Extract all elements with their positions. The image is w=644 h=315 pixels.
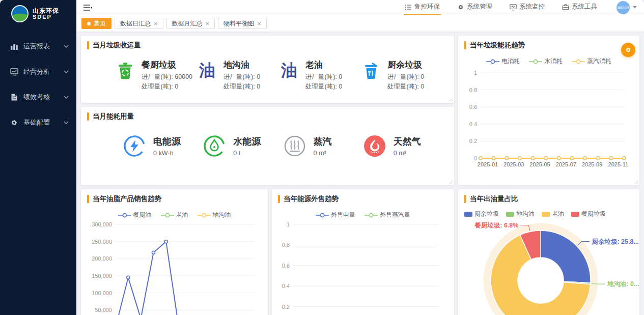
close-icon[interactable]: ×	[257, 20, 261, 27]
energy-trend-chart: 电消耗水消耗蒸汽消耗10.80.60.40.202025-012025-0320…	[464, 57, 633, 175]
svg-text:50,000: 50,000	[95, 307, 112, 313]
close-icon[interactable]: ×	[154, 20, 158, 27]
stat-in: 进厂量(吨): 0	[387, 72, 424, 82]
stat-food-waste: 厨余垃圾 进厂量(吨): 0 处理量(吨): 0	[361, 59, 443, 92]
svg-text:餐厨垃圾: 6.8%: 餐厨垃圾: 6.8%	[474, 222, 518, 229]
sidebar-item-label: 运营报表	[23, 42, 63, 51]
tab-home[interactable]: 首页	[81, 18, 111, 29]
stat-in: 进厂量(吨): 0	[305, 72, 342, 82]
tab-label: 首页	[94, 19, 106, 28]
svg-text:2025-01: 2025-01	[478, 161, 498, 167]
collapse-sidebar-icon[interactable]	[82, 3, 93, 13]
chart-legend: 外售电量外售蒸汽量	[278, 211, 448, 219]
legend-item[interactable]: 电消耗	[486, 57, 520, 66]
trash-green-icon	[115, 60, 135, 80]
chart-legend: 厨余垃圾地沟油老油餐厨垃圾	[464, 210, 633, 218]
svg-text:1: 1	[474, 70, 477, 76]
active-dot-icon	[87, 22, 91, 25]
sidebar-menu: 运营报表 经营分析 绩效考核 基础配置	[0, 34, 76, 135]
gear-icon	[457, 4, 464, 11]
sidebar-item-basic-config[interactable]: 基础配置	[0, 110, 76, 135]
monitor-chart-icon	[10, 68, 18, 76]
stat-in: 进厂量(吨): 60000	[142, 72, 192, 82]
svg-text:地沟油: 0....: 地沟油: 0....	[607, 280, 639, 288]
stat-name: 老油	[305, 59, 342, 71]
sidebar-item-business-analysis[interactable]: 经营分析	[0, 59, 76, 84]
sidebar-item-performance-review[interactable]: 绩效考核	[0, 84, 76, 110]
top-nav-system-tools[interactable]: 系统工具	[561, 1, 598, 14]
sidebar: 山东环保 SDEP 运营报表 经营分析	[0, 0, 76, 315]
avatar: admin	[617, 1, 630, 14]
resize-handle[interactable]	[448, 179, 453, 184]
chevron-down-icon	[63, 43, 69, 49]
steam-icon	[283, 134, 306, 158]
energy-steam: 蒸汽 0 m³	[283, 134, 363, 158]
top-nav-system-management[interactable]: 系统管理	[456, 1, 493, 14]
svg-text:2025-07: 2025-07	[556, 161, 576, 167]
stat-name: 地沟油	[223, 59, 260, 71]
legend-item[interactable]: 老油	[542, 210, 564, 218]
tab-monthly-summary[interactable]: 数据月汇总 ×	[166, 18, 215, 29]
chart-legend: 餐厨油老油地沟油	[87, 211, 262, 219]
chevron-down-icon	[63, 69, 69, 75]
tab-daily-summary[interactable]: 数据日汇总 ×	[115, 18, 163, 29]
list-icon	[405, 4, 412, 11]
electric-icon	[123, 134, 146, 158]
legend-item[interactable]: 餐厨油	[118, 211, 152, 219]
top-nav-lukong[interactable]: 鲁控环保	[404, 1, 441, 14]
card-energy-trend: 当年垃圾能耗趋势 电消耗水消耗蒸汽消耗10.80.60.40.202025-01…	[458, 36, 639, 185]
chart-legend: 电消耗水消耗蒸汽消耗	[464, 57, 633, 66]
tab-label: 数据日汇总	[120, 19, 151, 28]
legend-item[interactable]: 蒸汽消耗	[572, 57, 611, 66]
energy-name: 天然气	[394, 135, 421, 148]
stat-out: 处理量(吨): 0	[305, 82, 342, 92]
oil-character-icon: 油	[197, 60, 217, 80]
resize-handle[interactable]	[448, 97, 453, 101]
legend-item[interactable]: 老油	[161, 211, 188, 219]
legend-item[interactable]: 厨余垃圾	[464, 210, 499, 218]
toolbox-icon	[562, 4, 569, 11]
top-nav-label: 鲁控环保	[414, 3, 440, 11]
energy-electric: 电能源 0 kW·h	[123, 134, 203, 158]
gear-icon	[10, 119, 18, 127]
app-window: 山东环保 SDEP 运营报表 经营分析	[0, 0, 644, 315]
tab-label: 物料平衡图	[223, 19, 254, 28]
legend-item[interactable]: 外售电量	[316, 211, 355, 219]
svg-text:0.8: 0.8	[282, 242, 290, 248]
energy-sale-chart: 外售电量外售蒸汽量10.80.60.40.202025-012025-03202…	[278, 211, 448, 315]
trash-blue-icon	[361, 60, 381, 80]
energy-value: 0 m³	[314, 150, 332, 157]
resize-handle[interactable]	[633, 179, 638, 184]
gear-icon	[625, 46, 632, 53]
close-icon[interactable]: ×	[206, 20, 210, 27]
stat-old-oil: 油 老油 进厂量(吨): 0 处理量(吨): 0	[279, 59, 361, 92]
svg-text:0: 0	[474, 155, 477, 161]
legend-item[interactable]: 外售蒸汽量	[365, 211, 410, 219]
svg-text:1: 1	[287, 221, 290, 227]
chevron-down-icon	[63, 94, 69, 100]
tab-material-balance[interactable]: 物料平衡图 ×	[218, 18, 267, 29]
sidebar-item-label: 经营分析	[23, 67, 63, 76]
stat-out: 处理量(吨): 0	[223, 82, 260, 92]
card-oil-output-ratio: 当年出油量占比 厨余垃圾地沟油老油餐厨垃圾厨余垃圾: 25.8...地沟油: 0…	[458, 189, 639, 315]
svg-text:150,000: 150,000	[92, 273, 112, 279]
legend-item[interactable]: 地沟油	[198, 211, 231, 219]
legend-item[interactable]: 水消耗	[529, 57, 563, 66]
energy-name: 水能源	[233, 135, 261, 148]
stat-name: 餐厨垃圾	[142, 59, 192, 71]
stat-out: 处理量(吨): 0	[142, 82, 192, 92]
stat-name: 厨余垃圾	[387, 59, 424, 71]
svg-text:0.4: 0.4	[469, 121, 477, 127]
sidebar-item-operations-report[interactable]: 运营报表	[0, 34, 76, 59]
card-title: 当年油脂产品销售趋势	[87, 194, 262, 204]
logo-subtitle: SDEP	[33, 14, 59, 20]
settings-fab-button[interactable]	[621, 43, 635, 57]
top-nav: 鲁控环保 系统管理 系统监控 系统工具 admin	[404, 1, 637, 14]
svg-text:0.4: 0.4	[282, 283, 290, 289]
legend-item[interactable]: 地沟油	[506, 210, 535, 218]
energy-gas: 天然气 0 m³	[363, 134, 443, 158]
legend-item[interactable]: 餐厨垃圾	[571, 210, 606, 218]
top-nav-system-monitor[interactable]: 系统监控	[509, 1, 546, 14]
user-menu[interactable]: admin	[617, 1, 637, 14]
bar-chart-icon	[10, 42, 18, 50]
